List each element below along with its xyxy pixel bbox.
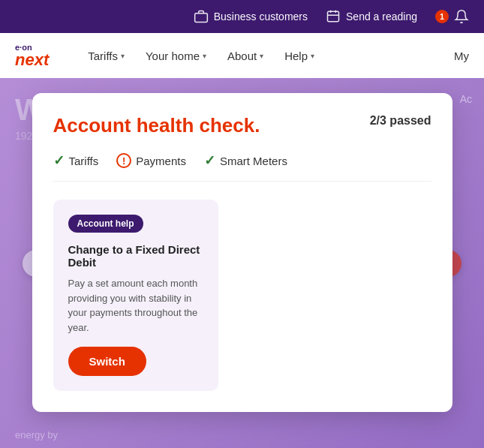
nav-help[interactable]: Help ▾ [275,44,323,68]
smart-meters-check-label: Smart Meters [220,155,287,167]
send-reading-link[interactable]: Send a reading [326,9,417,24]
nav-about[interactable]: About ▾ [218,44,272,68]
eon-next-logo[interactable]: e·on next [15,44,49,68]
modal-overlay: Account health check. 2/3 passed ✓ Tarif… [0,78,484,448]
help-card-body: Pay a set amount each month providing yo… [68,276,203,335]
check-smart-meters: ✓ Smart Meters [204,152,287,169]
business-customers-label: Business customers [214,11,308,23]
logo-next-text: next [15,52,49,68]
payments-warn-icon: ! [116,153,131,168]
your-home-chevron-icon: ▾ [203,52,206,60]
help-label: Help [284,50,308,62]
check-tariffs: ✓ Tariffs [53,152,99,169]
switch-button[interactable]: Switch [68,347,146,376]
notification-bell[interactable]: 1 [435,9,469,24]
card-area: Account help Change to a Fixed Direct De… [53,200,431,391]
smart-meters-pass-icon: ✓ [204,152,215,169]
tariffs-label: Tariffs [88,50,118,62]
my-label: My [454,50,469,62]
your-home-label: Your home [146,50,200,62]
payments-check-label: Payments [136,155,186,167]
check-payments: ! Payments [116,153,186,168]
checks-row: ✓ Tariffs ! Payments ✓ Smart Meters [53,152,431,182]
tariffs-chevron-icon: ▾ [121,52,125,60]
about-chevron-icon: ▾ [260,52,263,60]
top-bar: Business customers Send a reading 1 [0,0,484,33]
tariffs-check-label: Tariffs [69,155,99,167]
modal-title: Account health check. [53,114,260,137]
nav-my[interactable]: My [454,50,469,62]
svg-rect-1 [328,11,339,21]
help-chevron-icon: ▾ [311,52,314,60]
business-customers-link[interactable]: Business customers [194,9,308,24]
tariffs-pass-icon: ✓ [53,152,65,169]
help-card: Account help Change to a Fixed Direct De… [53,200,218,391]
nav-items: Tariffs ▾ Your home ▾ About ▾ Help ▾ [79,44,454,68]
nav-tariffs[interactable]: Tariffs ▾ [79,44,134,68]
account-health-modal: Account health check. 2/3 passed ✓ Tarif… [32,93,452,412]
send-reading-label: Send a reading [346,11,417,23]
help-card-title: Change to a Fixed Direct Debit [68,243,203,269]
notification-count: 1 [435,10,449,23]
about-label: About [227,50,257,62]
nav-bar: e·on next Tariffs ▾ Your home ▾ About ▾ … [0,33,484,78]
nav-your-home[interactable]: Your home ▾ [137,44,215,68]
svg-rect-0 [194,14,207,23]
modal-header: Account health check. 2/3 passed [53,114,431,137]
modal-score: 2/3 passed [370,114,431,128]
help-badge: Account help [68,215,143,233]
